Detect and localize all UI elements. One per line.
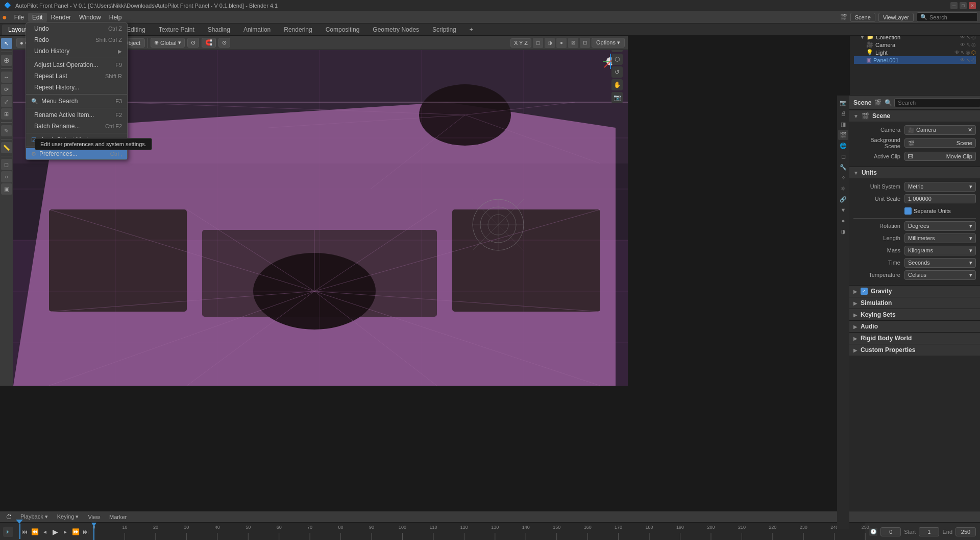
panel001-cursor-icon[interactable]: ↖ [966, 57, 970, 63]
options-btn[interactable]: Options ▾ [592, 38, 625, 48]
active-clip-selector[interactable]: 🎞 Movie Clip [904, 152, 976, 161]
gravity-checkbox-box[interactable]: ✓ [861, 288, 868, 295]
custom-properties-section-header[interactable]: ▶ Custom Properties [849, 344, 980, 356]
camera-selector[interactable]: 🎥 Camera ✕ [904, 125, 976, 135]
camera-render-icon[interactable]: ◎ [971, 42, 976, 48]
tab-compositing[interactable]: Compositing [320, 25, 366, 35]
menu-undo-history[interactable]: Undo History ▶ [26, 45, 127, 57]
menu-rename-active[interactable]: Rename Active Item... F2 [26, 109, 127, 121]
separate-units-checkbox[interactable]: Separate Units [904, 207, 976, 215]
jump-start-btn[interactable]: ⏮ [20, 528, 29, 536]
light-render-icon[interactable]: ◎ [966, 50, 970, 55]
engine-selector[interactable]: 🎬 [840, 14, 847, 20]
nav-pan-btn[interactable]: ✋ [611, 79, 623, 90]
bg-scene-selector[interactable]: 🎬 Scene [904, 138, 976, 148]
keying-sets-section-header[interactable]: ▶ Keying Sets [849, 309, 980, 320]
nav-orbit-btn[interactable]: ↺ [611, 66, 623, 78]
gravity-section-header[interactable]: ▶ ✓ Gravity [849, 285, 980, 297]
tree-item-panel001[interactable]: ▣ Panel.001 👁 ↖ ◎ [854, 56, 976, 64]
menu-redo[interactable]: Redo Shift Ctrl Z [26, 34, 127, 45]
render-material-btn[interactable]: ◑ [545, 38, 555, 48]
props-scene-icon[interactable]: 🎬 [838, 130, 848, 140]
length-selector[interactable]: Millimeters ▾ [904, 233, 976, 243]
menu-search[interactable]: 🔍 Menu Search F3 [26, 96, 127, 107]
unit-scale-input[interactable]: 1.000000 [904, 194, 976, 203]
unit-system-selector[interactable]: Metric ▾ [904, 182, 976, 192]
menu-item-edit[interactable]: Edit [28, 13, 47, 22]
nav-camera-btn[interactable]: 📷 [611, 92, 623, 103]
menu-item-window[interactable]: Window [75, 13, 105, 22]
keying-menu[interactable]: Keying ▾ [54, 512, 82, 521]
tree-item-light[interactable]: 💡 Light 👁 ↖ ◎ ⬡ [854, 49, 976, 56]
menu-repeat-history[interactable]: Repeat History... [26, 82, 127, 93]
maximize-button[interactable]: □ [960, 2, 967, 9]
scene-selector[interactable]: Scene [850, 13, 875, 22]
tool-measure[interactable]: 📏 [1, 142, 12, 153]
jump-end-btn[interactable]: ⏭ [82, 528, 90, 536]
tab-texture-paint[interactable]: Texture Paint [153, 25, 201, 35]
props-modifier-icon[interactable]: 🔧 [838, 162, 848, 172]
menu-item-file[interactable]: File [10, 13, 28, 22]
tool-add-cube[interactable]: ◻ [1, 159, 12, 170]
rotation-selector[interactable]: Degrees ▾ [904, 221, 976, 231]
rigid-body-world-section-header[interactable]: ▶ Rigid Body World [849, 332, 980, 344]
timeline-type-icon[interactable]: ⏱ [4, 512, 14, 522]
props-particles-icon[interactable]: ⁘ [838, 173, 848, 183]
tab-shading[interactable]: Shading [202, 25, 236, 35]
nav-perspective-btn[interactable]: ⬡ [611, 54, 623, 65]
menu-repeat-last[interactable]: Repeat Last Shift R [26, 71, 127, 82]
audio-section-header[interactable]: ▶ Audio [849, 320, 980, 332]
menu-batch-rename[interactable]: Batch Rename... Ctrl F2 [26, 121, 127, 132]
props-object-icon[interactable]: ◻ [838, 151, 848, 161]
pivot-selector[interactable]: ⊙ [187, 38, 199, 48]
props-shading-icon[interactable]: ◑ [838, 226, 848, 237]
props-render-icon[interactable]: 📷 [838, 98, 848, 108]
marker-menu[interactable]: Marker [106, 513, 130, 521]
tool-annotate[interactable]: ✎ [1, 125, 12, 136]
prev-keyframe-btn[interactable]: ⏪ [31, 528, 39, 536]
render-solid-btn[interactable]: ◻ [533, 38, 543, 48]
props-world-icon[interactable]: 🌐 [838, 140, 848, 151]
tool-move[interactable]: ↔ [1, 72, 12, 83]
time-selector[interactable]: Seconds ▾ [904, 258, 976, 268]
props-search-input[interactable] [894, 98, 980, 107]
tab-rendering[interactable]: Rendering [278, 25, 318, 35]
panel001-render-icon[interactable]: ◎ [971, 57, 976, 63]
props-physics-icon[interactable]: ⚛ [838, 183, 848, 194]
current-frame-input[interactable] [880, 527, 901, 536]
light-data-icon[interactable]: ⬡ [971, 50, 976, 55]
global-search[interactable]: 🔍 Search [917, 12, 978, 22]
play-btn[interactable]: ▶ [51, 528, 59, 536]
tree-item-camera[interactable]: 🎥 Camera 👁 ↖ ◎ [854, 41, 976, 49]
scene-section-header[interactable]: ▼ 🎬 Scene [849, 110, 980, 122]
end-frame-input[interactable] [955, 527, 976, 536]
menu-adjust-last[interactable]: Adjust Last Operation... F9 [26, 59, 127, 71]
camera-close-icon[interactable]: ✕ [968, 127, 972, 133]
light-eye-icon[interactable]: 👁 [954, 50, 960, 55]
tool-transform[interactable]: ⊞ [1, 108, 12, 120]
units-section-header[interactable]: ▼ Units [849, 167, 980, 178]
props-output-icon[interactable]: 🖨 [838, 108, 848, 119]
tool-rotate[interactable]: ⟳ [1, 84, 12, 95]
simulation-section-header[interactable]: ▶ Simulation [849, 297, 980, 309]
tab-geometry-nodes[interactable]: Geometry Nodes [366, 25, 425, 35]
tool-scale[interactable]: ⤢ [1, 96, 12, 107]
next-keyframe-btn[interactable]: ⏩ [71, 528, 80, 536]
menu-undo[interactable]: Undo Ctrl Z [26, 23, 127, 34]
xray-btn[interactable]: ⊡ [580, 38, 590, 48]
panel001-eye-icon[interactable]: 👁 [960, 57, 965, 63]
camera-cursor-icon[interactable]: ↖ [966, 42, 970, 48]
render-rendered-btn[interactable]: ● [556, 38, 567, 48]
props-material-icon[interactable]: ● [838, 216, 848, 226]
temperature-selector[interactable]: Celsius ▾ [904, 270, 976, 280]
tab-animation[interactable]: Animation [237, 25, 277, 35]
xyz-gizmo-btn[interactable]: X Y Z [510, 38, 531, 48]
menu-item-render[interactable]: Render [47, 13, 75, 22]
snap-toggle[interactable]: 🧲 [202, 38, 216, 48]
timeline-ruler[interactable]: 0 10 20 30 40 50 60 70 80 [94, 523, 865, 540]
minimize-button[interactable]: ─ [950, 2, 958, 9]
menu-item-help[interactable]: Help [105, 13, 126, 22]
next-frame-btn[interactable]: ▸ [61, 528, 69, 536]
view-layer-selector[interactable]: ViewLayer [878, 13, 914, 22]
tab-scripting[interactable]: Scripting [426, 25, 462, 35]
